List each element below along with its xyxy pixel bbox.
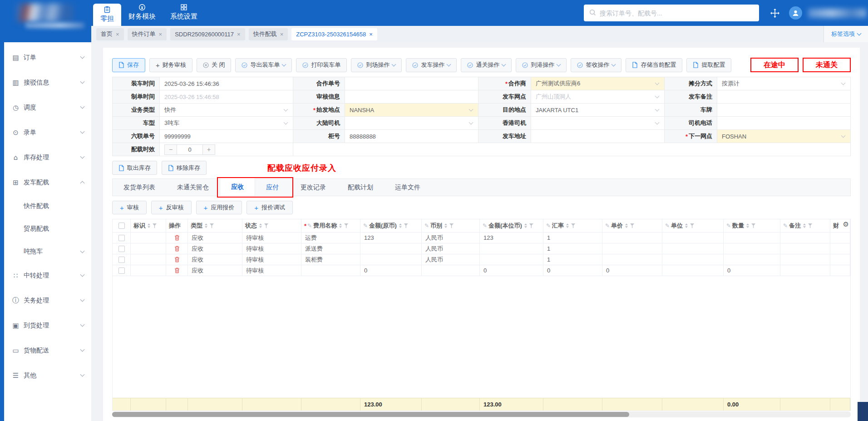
cell-amount-base[interactable] <box>480 254 543 265</box>
filter-icon[interactable] <box>529 223 533 228</box>
filter-icon[interactable] <box>344 223 348 228</box>
filter-icon[interactable] <box>808 223 812 228</box>
cell-fee[interactable]: 运费 <box>301 233 360 243</box>
print-loading-list-button[interactable]: 打印装车单 <box>296 58 347 72</box>
close-icon[interactable]: × <box>237 31 241 38</box>
load-time-field[interactable]: 2025-03-26 15:46:36 <box>160 77 293 90</box>
save-button[interactable]: 保存 <box>112 58 145 72</box>
cell-amount[interactable]: 0 <box>360 265 422 276</box>
user-avatar[interactable] <box>789 6 802 20</box>
cell-amount[interactable] <box>360 254 422 265</box>
partner-select[interactable]: 广州测试供应商6 <box>531 77 665 90</box>
search-input[interactable] <box>600 10 754 17</box>
cell-qty[interactable] <box>724 243 780 254</box>
partner-order-field[interactable] <box>345 77 478 90</box>
col-flag[interactable]: 标识 <box>131 219 166 233</box>
cell-rate[interactable]: 1 <box>543 254 602 265</box>
col-remark[interactable]: ✎备注 <box>780 219 830 233</box>
plate-number-field[interactable] <box>717 104 851 117</box>
export-loading-list-button[interactable]: 导出装车单 <box>235 58 292 72</box>
sidebar-item-orders[interactable]: ▤ 订单 <box>4 45 91 70</box>
store-config-button[interactable]: 存储当前配置 <box>626 58 682 72</box>
col-currency[interactable]: ✎币别 <box>422 219 480 233</box>
sign-ops-button[interactable]: 签收操作 <box>571 58 621 72</box>
remove-stock-button[interactable]: 移除库存 <box>162 161 207 175</box>
cell-unit[interactable] <box>662 265 724 276</box>
cell-qty[interactable] <box>724 254 780 265</box>
trash-icon[interactable] <box>174 235 180 241</box>
trash-icon[interactable] <box>174 257 180 263</box>
close-icon[interactable]: × <box>369 31 373 38</box>
row-checkbox[interactable] <box>118 257 125 263</box>
mainland-driver-select[interactable] <box>345 117 478 130</box>
close-icon[interactable]: × <box>159 31 163 38</box>
take-stock-button[interactable]: 取出库存 <box>112 161 157 175</box>
sort-icon[interactable] <box>625 223 628 228</box>
tab-uncleared-warehouse[interactable]: 未通关留仓 <box>166 179 220 196</box>
arrive-ops-button[interactable]: 到场操作 <box>351 58 402 72</box>
finance-audit-button[interactable]: + 财务审核 <box>149 58 192 72</box>
origin-select[interactable]: NANSHA <box>345 104 478 117</box>
tab-change-log[interactable]: 更改记录 <box>290 179 337 196</box>
depart-address-field[interactable] <box>531 130 665 143</box>
cell-remark[interactable] <box>780 243 830 254</box>
cell-price[interactable]: 0 <box>602 265 662 276</box>
tag-options-button[interactable]: 标签选项 <box>824 26 868 42</box>
col-amount-original[interactable]: ✎金额(原币) <box>360 219 422 233</box>
business-type-select[interactable]: 快件 <box>160 104 293 117</box>
cell-rate[interactable]: 1 <box>543 233 602 243</box>
sidebar-item-inventory[interactable]: ⌂ 库存处理 <box>4 145 91 170</box>
sidebar-subitem-express-loading[interactable]: 快件配载 <box>4 195 91 218</box>
cell-rate[interactable]: 1 <box>543 243 602 254</box>
cell-price[interactable] <box>602 254 662 265</box>
sort-icon[interactable] <box>205 223 207 228</box>
col-quantity[interactable]: ✎数量 <box>724 219 780 233</box>
filter-icon[interactable] <box>449 223 454 228</box>
audit-info-field[interactable] <box>345 90 478 104</box>
select-all-checkbox[interactable] <box>118 223 125 229</box>
cell-price[interactable] <box>602 243 662 254</box>
col-unit-price[interactable]: ✎单价 <box>602 219 662 233</box>
tab-sddr[interactable]: SDDR2509260000117 × <box>170 28 245 40</box>
col-exchange-rate[interactable]: ✎汇率 <box>543 219 602 233</box>
filter-icon[interactable] <box>210 223 214 228</box>
vehicle-type-select[interactable]: 3吨车 <box>160 117 293 130</box>
share-method-select[interactable]: 按票计 <box>717 77 851 90</box>
sidebar-item-transit[interactable]: ∷ 中转处理 <box>4 263 91 288</box>
cell-currency[interactable] <box>422 265 480 276</box>
sidebar-item-dispatch[interactable]: ◷ 调度 <box>4 95 91 120</box>
audit-button[interactable]: +审核 <box>112 201 147 214</box>
depart-remark-field[interactable] <box>717 90 851 104</box>
gear-icon[interactable]: ⚙ <box>843 220 849 228</box>
trash-icon[interactable] <box>174 246 180 252</box>
tab-zcpz-active[interactable]: ZCPZ3103-250326154658 × <box>291 28 377 40</box>
sidebar-subitem-trade-loading[interactable]: 贸易配载 <box>4 218 91 240</box>
stepper-value[interactable]: 0 <box>177 144 202 155</box>
filter-icon[interactable] <box>571 223 575 228</box>
cell-qty[interactable]: 0 <box>724 265 780 276</box>
col-type[interactable]: 类型 <box>188 219 242 233</box>
filter-icon[interactable] <box>404 223 408 228</box>
col-unit[interactable]: ✎单位 <box>662 219 724 233</box>
cell-amount-base[interactable] <box>480 243 543 254</box>
customs-ops-button[interactable]: 通关操作 <box>461 58 512 72</box>
sidebar-item-entry[interactable]: ⊙ 录单 <box>4 120 91 145</box>
cell-rate[interactable]: 0 <box>543 265 602 276</box>
filter-icon[interactable] <box>630 223 634 228</box>
sort-icon[interactable] <box>803 223 806 228</box>
sidebar-item-customs[interactable]: ⓘ 关务处理 <box>4 288 91 313</box>
cell-currency[interactable]: 人民币 <box>422 243 480 254</box>
next-branch-select[interactable]: FOSHAN <box>717 130 851 143</box>
tab-express-loading[interactable]: 快件配载 × <box>249 28 288 40</box>
sidebar-subitem-ton-trailer[interactable]: 吨拖车 <box>4 240 91 263</box>
filter-icon[interactable] <box>690 223 694 228</box>
destination-select[interactable]: JAKARTA UTC1 <box>531 104 665 117</box>
cell-amount[interactable] <box>360 243 422 254</box>
cell-remark[interactable] <box>780 265 830 276</box>
driver-phone-field[interactable] <box>717 117 851 130</box>
cell-unit[interactable] <box>662 233 724 243</box>
tab-receivable[interactable]: 应收 <box>220 178 255 196</box>
col-amount-base[interactable]: ✎金额(本位币) <box>480 219 543 233</box>
close-button[interactable]: 关 闭 <box>197 58 232 72</box>
sort-icon[interactable] <box>399 223 402 228</box>
